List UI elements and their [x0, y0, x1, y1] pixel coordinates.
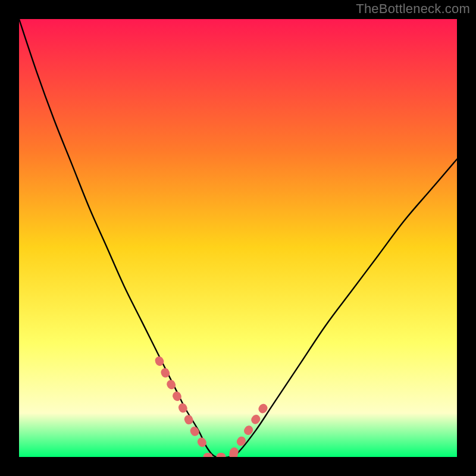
chart-plot [19, 19, 457, 457]
watermark-text: TheBottleneck.com [356, 1, 470, 17]
marker-segment-flat [207, 455, 233, 457]
chart-frame: TheBottleneck.com [0, 0, 476, 476]
chart-svg [19, 19, 457, 457]
